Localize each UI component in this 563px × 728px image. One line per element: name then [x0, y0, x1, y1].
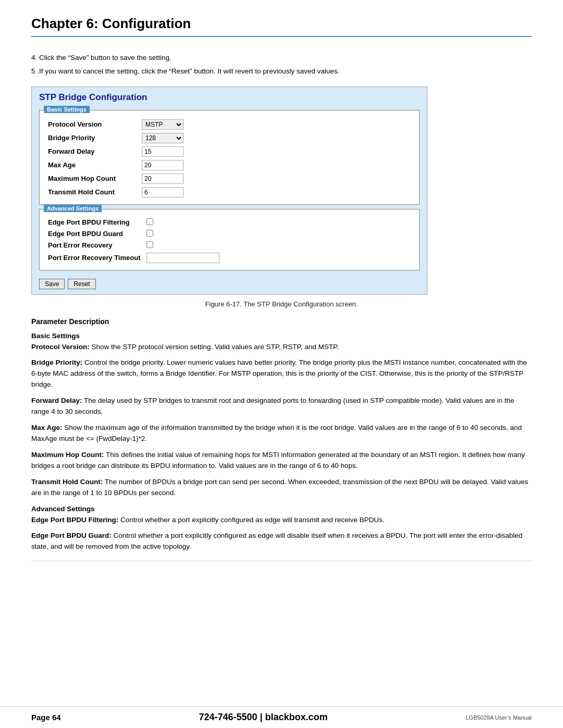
- step5-text: 5 .If you want to cancel the setting, cl…: [31, 66, 532, 77]
- bridge-priority-term: Bridge Priority:: [31, 359, 82, 366]
- forward-delay-desc: Forward Delay: The delay used by STP bri…: [31, 396, 532, 417]
- advanced-settings-subtitle: Advanced Settings: [31, 505, 532, 513]
- page-footer: Page 64 724-746-5500 | blackbox.com LGB5…: [0, 706, 563, 728]
- max-age-desc-text: Show the maximum age of the information …: [31, 424, 522, 442]
- transmit-hold-count-input[interactable]: [142, 187, 183, 198]
- basic-settings-label: Basic Settings: [44, 106, 90, 113]
- table-row: Maximum Hop Count: [45, 172, 414, 186]
- edge-port-bpdu-guard-desc: Edge Port BPDU Guard: Control whether a …: [31, 530, 532, 552]
- forward-delay-term: Forward Delay:: [31, 397, 82, 404]
- max-hop-count-desc: Maximum Hop Count: This defines the init…: [31, 450, 532, 472]
- port-error-recovery-cell: [143, 240, 414, 251]
- max-hop-count-term: Maximum Hop Count:: [31, 451, 104, 459]
- basic-settings-section: Basic Settings Protocol Version MSTP RST…: [39, 110, 420, 205]
- max-hop-count-label: Maximum Hop Count: [45, 172, 139, 186]
- bridge-priority-select[interactable]: 128: [142, 133, 183, 143]
- port-error-recovery-timeout-cell: [143, 251, 414, 265]
- port-error-recovery-timeout-input[interactable]: [146, 253, 219, 263]
- param-section-title: Parameter Description: [31, 317, 532, 326]
- max-age-cell: [139, 158, 414, 172]
- edge-port-bpdu-filtering-label: Edge Port BPDU Filtering: [45, 217, 143, 228]
- max-hop-count-desc-text: This defines the initial value of remain…: [31, 451, 525, 470]
- transmit-hold-count-label: Transmit Hold Count: [45, 186, 139, 199]
- forward-delay-label: Forward Delay: [45, 145, 139, 158]
- max-age-desc: Max Age: Show the maximum age of the inf…: [31, 423, 532, 445]
- basic-settings-table: Protocol Version MSTP RSTP STP Bridge Pr…: [45, 118, 414, 199]
- edge-port-bpdu-guard-checkbox[interactable]: [146, 230, 153, 237]
- transmit-hold-count-term: Transmit Hold Count:: [31, 478, 103, 486]
- stp-box-title: STP Bridge Configuration: [32, 87, 427, 106]
- max-age-label: Max Age: [45, 158, 139, 172]
- table-row: Port Error Recovery Timeout: [45, 251, 414, 265]
- table-row: Edge Port BPDU Filtering: [45, 217, 414, 228]
- figure-caption: Figure 6-17. The STP Bridge Configuratio…: [31, 300, 532, 308]
- table-row: Transmit Hold Count: [45, 186, 414, 199]
- forward-delay-cell: [139, 145, 414, 158]
- chapter-title: Chapter 6: Configuration: [31, 16, 532, 37]
- protocol-version-term: Protocol Version:: [31, 343, 90, 351]
- advanced-settings-label: Advanced Settings: [44, 205, 102, 212]
- table-row: Max Age: [45, 158, 414, 172]
- table-row: Forward Delay: [45, 145, 414, 158]
- protocol-version-desc-text: Show the STP protocol version setting. V…: [92, 343, 339, 351]
- step4-text: 4. Click the “Save” button to save the s…: [31, 53, 532, 63]
- table-row: Edge Port BPDU Guard: [45, 228, 414, 240]
- edge-port-bpdu-filtering-cell: [143, 217, 414, 228]
- port-error-recovery-timeout-label: Port Error Recovery Timeout: [45, 251, 143, 265]
- port-error-recovery-label: Port Error Recovery: [45, 240, 143, 251]
- footer-manual: LGB5028A User’s Manual: [466, 714, 532, 721]
- port-error-recovery-checkbox[interactable]: [146, 241, 153, 248]
- advanced-settings-section: Advanced Settings Edge Port BPDU Filteri…: [39, 209, 420, 270]
- edge-port-bpdu-filtering-term: Edge Port BPDU Filtering:: [31, 516, 118, 524]
- table-row: Port Error Recovery: [45, 240, 414, 251]
- bridge-priority-desc: Bridge Priority: Control the bridge prio…: [31, 357, 532, 390]
- edge-port-bpdu-filtering-checkbox[interactable]: [146, 218, 153, 225]
- footer-phone: 724-746-5500 | blackbox.com: [199, 712, 327, 723]
- max-hop-count-input[interactable]: [142, 174, 183, 184]
- transmit-hold-count-cell: [139, 186, 414, 199]
- max-age-term: Max Age:: [31, 424, 63, 431]
- footer-divider: [31, 561, 532, 561]
- max-age-input[interactable]: [142, 160, 183, 170]
- transmit-hold-count-desc-text: The number of BPDUs a bridge port can se…: [31, 478, 528, 497]
- reset-button[interactable]: Reset: [68, 279, 95, 289]
- forward-delay-input[interactable]: [142, 146, 183, 157]
- table-row: Bridge Priority 128: [45, 131, 414, 145]
- basic-settings-subtitle: Basic Settings: [31, 332, 532, 340]
- page-number: Page 64: [31, 713, 61, 722]
- advanced-settings-table: Edge Port BPDU Filtering Edge Port BPDU …: [45, 217, 414, 265]
- edge-port-bpdu-filtering-desc: Edge Port BPDU Filtering: Control whethe…: [31, 515, 532, 526]
- protocol-version-desc: Protocol Version: Show the STP protocol …: [31, 342, 532, 353]
- bridge-priority-label: Bridge Priority: [45, 131, 139, 145]
- stp-bridge-config-box: STP Bridge Configuration Basic Settings …: [31, 87, 427, 295]
- forward-delay-desc-text: The delay used by STP bridges to transmi…: [31, 397, 515, 415]
- table-row: Protocol Version MSTP RSTP STP: [45, 118, 414, 131]
- protocol-version-cell: MSTP RSTP STP: [139, 118, 414, 131]
- protocol-version-label: Protocol Version: [45, 118, 139, 131]
- edge-port-bpdu-guard-cell: [143, 228, 414, 240]
- max-hop-count-cell: [139, 172, 414, 186]
- transmit-hold-count-desc: Transmit Hold Count: The number of BPDUs…: [31, 477, 532, 499]
- stp-buttons-row: Save Reset: [32, 275, 427, 294]
- edge-port-bpdu-guard-term: Edge Port BPDU Guard:: [31, 532, 112, 539]
- bridge-priority-cell: 128: [139, 131, 414, 145]
- edge-port-bpdu-filtering-desc-text: Control whether a port explicitly config…: [120, 516, 384, 524]
- save-button[interactable]: Save: [39, 279, 65, 289]
- protocol-version-select[interactable]: MSTP RSTP STP: [142, 119, 183, 130]
- bridge-priority-desc-text: Control the bridge priority. Lower numer…: [31, 359, 527, 388]
- edge-port-bpdu-guard-label: Edge Port BPDU Guard: [45, 228, 143, 240]
